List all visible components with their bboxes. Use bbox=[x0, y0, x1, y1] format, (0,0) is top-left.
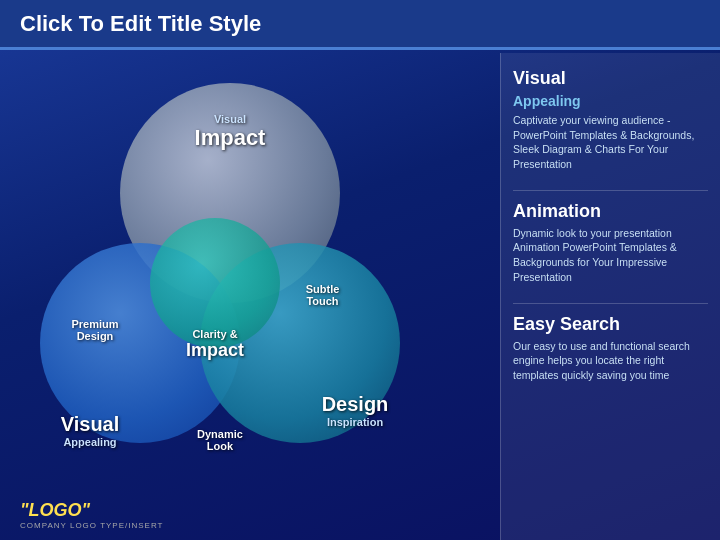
panel-section-animation: Animation Dynamic look to your presentat… bbox=[513, 201, 708, 285]
logo-area: "LOGO" COMPANY LOGO TYPE/INSERT bbox=[20, 500, 163, 530]
venn-circle-center bbox=[150, 218, 280, 348]
panel-divider-2 bbox=[513, 303, 708, 304]
venn-label-dynamic-look: Dynamic Look bbox=[175, 428, 265, 452]
right-panel: Visual Appealing Captivate your viewing … bbox=[500, 53, 720, 540]
panel-section-visual: Visual Appealing Captivate your viewing … bbox=[513, 68, 708, 172]
panel-section-easysearch: Easy Search Our easy to use and function… bbox=[513, 314, 708, 383]
panel-title-visual: Visual bbox=[513, 68, 708, 89]
venn-diagram: Visual Impact Premium Design Subtle Touc… bbox=[30, 73, 450, 503]
panel-subtitle-appealing: Appealing bbox=[513, 93, 708, 109]
logo-text: "LOGO" bbox=[20, 500, 163, 521]
page-title[interactable]: Click To Edit Title Style bbox=[20, 11, 261, 37]
panel-divider-1 bbox=[513, 190, 708, 191]
panel-text-easysearch: Our easy to use and functional search en… bbox=[513, 339, 708, 383]
panel-title-easysearch: Easy Search bbox=[513, 314, 708, 335]
content-area: Visual Impact Premium Design Subtle Touc… bbox=[0, 53, 500, 540]
panel-text-visual: Captivate your viewing audience - PowerP… bbox=[513, 113, 708, 172]
title-bar: Click To Edit Title Style bbox=[0, 0, 720, 50]
logo-sub: COMPANY LOGO TYPE/INSERT bbox=[20, 521, 163, 530]
panel-text-animation: Dynamic look to your presentation Animat… bbox=[513, 226, 708, 285]
panel-title-animation: Animation bbox=[513, 201, 708, 222]
page: Click To Edit Title Style Visual Impact … bbox=[0, 0, 720, 540]
